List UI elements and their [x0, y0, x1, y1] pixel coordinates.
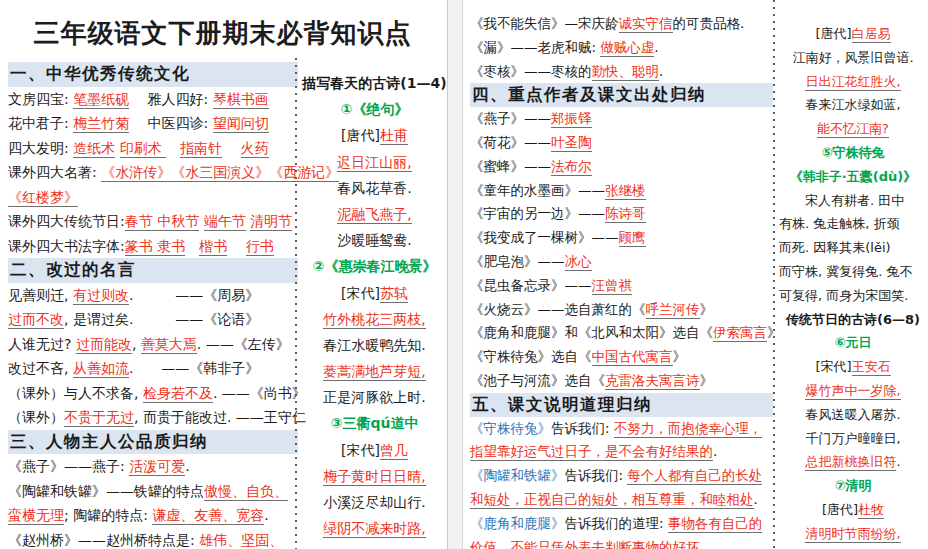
highlighted-term: 过而不改 [8, 311, 64, 329]
highlighted-term: 事物各有自己的 [668, 515, 763, 533]
text-segment: , [132, 336, 141, 352]
text-segment: [宋代] [341, 442, 380, 458]
text-line: [宋代]苏轼 [301, 280, 448, 306]
text-segment: 五、课文说明道理归纳 [472, 395, 652, 414]
text-segment: 《赵州桥》——赵州桥特点是: [8, 532, 199, 548]
highlighted-term: 总把新桃换旧符 [805, 454, 896, 471]
text-line: 宋人有耕者. 田中 [779, 189, 927, 213]
text-line: 绿阴不减来时路, [301, 515, 448, 541]
text-segment: . [185, 458, 189, 474]
text-segment: 《守株待兔》选自《 [470, 348, 592, 364]
text-line: ①《绝句》 [301, 96, 448, 122]
highlighted-term: 爆竹声中一岁除, [805, 383, 900, 400]
highlighted-term: 过而能改 [76, 336, 132, 354]
highlighted-term: 楷书 [199, 238, 227, 256]
highlighted-term: 勤快、聪明 [592, 63, 660, 81]
highlighted-term: 汪曾祺 [592, 277, 633, 295]
text-segment: 春风花草香. [337, 180, 411, 196]
text-line: 春风送暖入屠苏. [779, 403, 927, 427]
section-header: 五、课文说明道理归纳 [470, 393, 773, 417]
text-line: 《漏》——老虎和贼: 做贼心虚. [470, 36, 773, 60]
text-line: 《童年的水墨画》——张继楼 [470, 179, 773, 203]
text-line: 描写春天的古诗(1—4) [301, 70, 448, 96]
text-segment: 见善则迁, [8, 287, 73, 303]
text-line: 《鹿角和鹿腿》告诉我们的道理: 事物各有自己的 [470, 512, 773, 536]
text-segment: ①《绝句》 [341, 101, 409, 117]
text-line: 《火烧云》——选自萧红的《呼兰河传》 [470, 298, 773, 322]
text-segment: 中医四诊: [129, 115, 213, 131]
text-segment: 传统节日的古诗(6—8) [786, 312, 920, 327]
text-segment [199, 213, 203, 229]
text-line: ②《惠崇春江晚景》 [301, 253, 448, 279]
highlighted-term: 日出江花红胜火, [805, 74, 900, 91]
text-segment: [唐代] [822, 502, 858, 517]
text-line: 迟日江山丽, [301, 149, 448, 175]
highlighted-term: 顾鹰 [619, 229, 646, 247]
highlighted-term: 不贵于无过 [64, 409, 134, 427]
text-line: 春风花草香. [301, 175, 448, 201]
text-segment: 有株. 兔走触株, 折颈 [779, 216, 900, 231]
highlighted-term: 伊索寓言 [713, 324, 767, 342]
text-line: （课外）与人不求备, 检身若不及. ——《尚书》 [8, 381, 298, 406]
text-line: 能不忆江南? [779, 117, 927, 141]
highlighted-term: 梅子黄时日日晴, [323, 468, 425, 486]
text-line: 江南好，风景旧曾谙. [779, 46, 927, 70]
text-line: 《燕子》——燕子: 活泼可爱. [8, 454, 298, 479]
text-line: ⑤守株待兔 [779, 141, 927, 165]
highlighted-term: 望闻问切 [213, 115, 269, 133]
text-segment: 四、重点作者及课文出处归纳 [472, 85, 706, 104]
text-line: 《蜜蜂》——法布尔 [470, 155, 773, 179]
text-segment: 《蜜蜂》—— [470, 158, 551, 174]
text-segment: 《鹿角和鹿腿》 [470, 515, 565, 531]
text-segment: 可复得, 而身为宋国笑. [779, 288, 908, 303]
text-segment: 小溪泛尽却山行. [323, 494, 425, 510]
text-line: 千门万户曈曈日, [779, 427, 927, 451]
text-segment [185, 238, 199, 254]
text-segment: 《肥皂泡》—— [470, 253, 565, 269]
text-line: 清明时节雨纷纷, [779, 522, 927, 546]
text-segment: 而死. 因释其耒(lěi) [779, 240, 891, 255]
text-line: 传统节日的古诗(6—8) [779, 308, 927, 332]
highlighted-term: 不努力，而抱侥幸心理， [614, 420, 763, 438]
text-segment: , 而贵于能改过. ——王守仁 [134, 409, 306, 425]
text-line: 《池子与河流》选自《克雷洛夫寓言诗》 [470, 369, 773, 393]
text-line: 《燕子》——郑振铎 [470, 107, 773, 131]
text-line: 《鹿角和鹿腿》和《北风和太阳》选自《伊索寓言》 [470, 321, 773, 345]
highlighted-term: 春节 中秋节 [125, 213, 199, 231]
text-segment: . [264, 507, 268, 523]
document-page: 三年级语文下册期末必背知识点 一、中华优秀传统文化文房四宝: 笔墨纸砚 雅人四好… [0, 0, 928, 549]
highlighted-term: 杜甫 [380, 127, 408, 145]
text-line: 《守株待兔》告诉我们: 不努力，而抱侥幸心理， [470, 417, 773, 441]
text-line: 指望靠好运气过日子，是不会有好结果的. [470, 440, 773, 464]
text-segment: 雅人四好: [129, 91, 213, 107]
highlighted-term: 清明时节雨纷纷, [805, 526, 900, 543]
text-line: ⑦清明 [779, 474, 927, 498]
text-segment: 《守株待兔》 [470, 420, 551, 436]
highlighted-term: 做贼心虚 [600, 39, 654, 57]
highlighted-term: 梅兰竹菊 [73, 115, 129, 133]
text-segment: 课外四大传统节日: [8, 213, 125, 229]
highlighted-term: 指望靠好运气过日子，是不会有好结果的 [470, 443, 713, 461]
text-segment: [宋代] [815, 359, 851, 374]
text-segment: 四大发明: [8, 140, 73, 156]
text-line: 梅子黄时日日晴, [301, 463, 448, 489]
text-line: 日出江花红胜火, [779, 70, 927, 94]
text-line: 《枣核》——枣核的勤快、聪明. [470, 60, 773, 84]
text-line: 《肥皂泡》——冰心 [470, 250, 773, 274]
text-line: 泥融飞燕子, [301, 201, 448, 227]
highlighted-term: 检身若不及 [143, 385, 213, 403]
highlighted-term: 笔墨纸砚 [73, 91, 129, 109]
text-line: 竹外桃花三两枝, [301, 306, 448, 332]
text-segment: 《童年的水墨画》—— [470, 182, 605, 198]
left-main-column: 一、中华优秀传统文化文房四宝: 笔墨纸砚 雅人四好: 琴棋书画花中君子: 梅兰竹… [8, 62, 298, 549]
text-line: ③三衢qú道中 [301, 410, 448, 436]
text-line: 总把新桃换旧符. [779, 450, 927, 474]
highlighted-term: 迟日江山丽, [337, 154, 411, 172]
highlighted-term: 善莫大焉 [141, 336, 197, 354]
text-line: [宋代]曾几 [301, 437, 448, 463]
text-segment: 描写春天的古诗(1—4) [302, 75, 446, 91]
text-segment: [唐代] [341, 127, 380, 143]
highlighted-term: 郑振铎 [551, 110, 592, 128]
text-segment: ; 陶罐的特点: [64, 507, 152, 523]
highlighted-term: 诚实守信 [619, 15, 673, 33]
